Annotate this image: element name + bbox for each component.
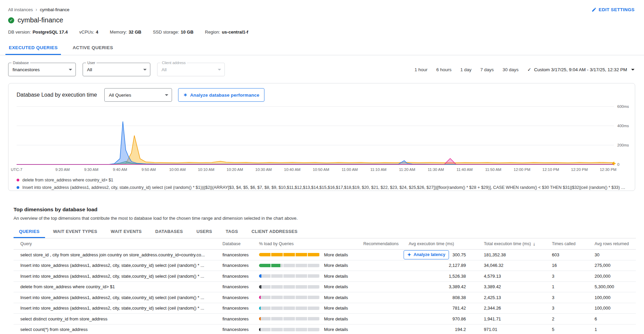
analyze-latency-button[interactable]: ✦Analyze latency	[404, 250, 449, 259]
database-cell: financestores	[217, 327, 256, 332]
more-details-link[interactable]: More details	[324, 263, 348, 268]
main-tab-bar: EXECUTED QUERIESACTIVE QUERIES	[0, 41, 644, 55]
avg-execution-cell: 781.42	[401, 306, 471, 311]
filter-value: financestores	[13, 67, 65, 72]
column-header-recommendations[interactable]: Recommendations	[354, 241, 401, 246]
breadcrumb-all-instances[interactable]: All instances	[8, 7, 33, 12]
database-cell: financestores	[217, 263, 256, 268]
avg-execution-cell: 3,389.42	[401, 284, 471, 289]
more-details-link[interactable]: More details	[324, 306, 348, 311]
total-execution-cell: 971.01	[471, 327, 540, 332]
query-cell[interactable]: Insert into store_address (address1, add…	[14, 263, 217, 268]
query-cell[interactable]: Insert into store_address (address1, add…	[14, 274, 217, 279]
table-row: select distinct country_id from store_ad…	[14, 314, 636, 325]
edit-settings-label: EDIT SETTINGS	[599, 7, 635, 12]
load-bar	[259, 253, 320, 256]
avg-execution-value: 781.42	[452, 306, 466, 311]
tab-executed-queries[interactable]: EXECUTED QUERIES	[5, 41, 61, 55]
column-header-label: Avg execution time (ms)	[409, 241, 454, 246]
time-preset-6-hours[interactable]: 6 hours	[436, 67, 451, 72]
filter-label: Database	[12, 61, 30, 65]
dimension-tab-tags[interactable]: TAGS	[220, 225, 243, 238]
analyze-performance-button[interactable]: ✶ Analyze database performance	[178, 88, 264, 102]
y-axis-tick-label: 0	[617, 162, 619, 166]
filter-value: All	[87, 67, 140, 72]
filters-row: DatabasefinancestoresUserAllClient addre…	[0, 55, 644, 76]
metadata-value: 10 GB	[181, 30, 194, 35]
check-icon: ✓	[528, 67, 532, 72]
filter-selects: DatabasefinancestoresUserAllClient addre…	[8, 63, 225, 76]
avg-execution-value: 194.2	[455, 327, 466, 332]
avg-rows-cell: 1	[582, 327, 633, 332]
column-header-times-called[interactable]: Times called	[540, 241, 582, 246]
avg-execution-cell: 970.86	[401, 316, 471, 321]
metadata-value: us-central1-f	[222, 30, 248, 35]
breadcrumb: All instances › cymbal-finance	[8, 7, 69, 12]
more-details-link[interactable]: More details	[324, 327, 348, 332]
legend-label: delete from store_address where country_…	[22, 178, 113, 182]
query-cell[interactable]: select count(*) from store_address	[14, 327, 217, 332]
time-custom-range[interactable]: ✓Custom 3/17/25, 9:04 AM - 3/17/25, 12:3…	[528, 67, 635, 72]
dimension-tab-users[interactable]: USERS	[191, 225, 217, 238]
column-header-avg-rows-returned[interactable]: Avg rows returned	[582, 241, 633, 246]
edit-settings-button[interactable]: EDIT SETTINGS	[592, 7, 635, 12]
dimension-tab-databases[interactable]: DATABASES	[150, 225, 189, 238]
load-bar	[259, 317, 320, 320]
more-details-link[interactable]: More details	[324, 252, 348, 257]
series-area-select-store-id-city-from-store-address-join-country-orange	[17, 136, 614, 165]
time-preset-30-days[interactable]: 30 days	[502, 67, 518, 72]
table-row: Insert into store_address (address1, add…	[14, 303, 636, 314]
query-cell[interactable]: Insert into store_address (address1, add…	[14, 306, 217, 311]
filter-select-user[interactable]: UserAll	[83, 63, 150, 76]
column-header-total-execution-time-ms[interactable]: Total execution time (ms)↓	[471, 241, 540, 247]
avg-rows-cell: 30	[582, 252, 633, 257]
tab-active-queries[interactable]: ACTIVE QUERIES	[69, 41, 116, 55]
x-axis-tick-label: 11:10 AM	[370, 168, 387, 172]
more-details-link[interactable]: More details	[324, 274, 348, 279]
dimension-tab-wait-event-types[interactable]: WAIT EVENT TYPES	[48, 225, 103, 238]
x-axis-tick-label: 12:10 PM	[542, 168, 559, 172]
dimension-tab-queries[interactable]: QUERIES	[14, 225, 45, 238]
x-axis-tick-label: 9:40 AM	[113, 168, 127, 172]
top-dimensions-description: An overview of the top dimensions that c…	[14, 216, 636, 221]
dimension-tab-wait-events[interactable]: WAIT EVENTS	[105, 225, 147, 238]
metadata-value: 4	[96, 30, 98, 35]
query-cell[interactable]: select distinct country_id from store_ad…	[14, 316, 217, 321]
avg-rows-cell: 6	[582, 316, 633, 321]
column-header-load-by-queries[interactable]: % load by Queries	[256, 241, 354, 246]
database-cell: financestores	[217, 316, 256, 321]
load-bar-segments	[259, 253, 320, 256]
metadata-label: Region:	[205, 30, 220, 35]
load-bar-segments	[259, 296, 320, 299]
legend-item: delete from store_address where country_…	[17, 176, 627, 184]
more-details-link[interactable]: More details	[324, 316, 348, 321]
table-row: delete from store_address where country_…	[14, 282, 636, 293]
query-cell[interactable]: delete from store_address where country_…	[14, 284, 217, 289]
more-details-link[interactable]: More details	[324, 295, 348, 300]
metadata-item-ssd-storage: SSD storage:10 GB	[153, 30, 193, 35]
load-bar	[259, 328, 320, 331]
filter-select-database[interactable]: Databasefinancestores	[8, 63, 76, 76]
times-called-cell: 5	[540, 327, 582, 332]
query-cell[interactable]: select store_id , city from store_addres…	[14, 252, 217, 257]
table-header: QueryDatabase% load by QueriesRecommenda…	[14, 238, 636, 250]
column-header-query[interactable]: Query	[14, 241, 217, 246]
legend-label: Insert into store_address (address1, add…	[22, 185, 627, 190]
column-header-database[interactable]: Database	[217, 241, 256, 246]
x-axis-tick-label: 10:00 AM	[169, 168, 186, 172]
database-cell: financestores	[217, 284, 256, 289]
breadcrumb-current: cymbal-finance	[40, 7, 69, 12]
column-header-avg-execution-time-ms[interactable]: Avg execution time (ms)	[401, 241, 471, 246]
time-preset-7-days[interactable]: 7 days	[480, 67, 494, 72]
time-preset-1-hour[interactable]: 1 hour	[414, 67, 427, 72]
load-cell: More details	[256, 306, 354, 311]
total-execution-cell: 2,425.13	[471, 295, 540, 300]
time-preset-1-day[interactable]: 1 day	[460, 67, 471, 72]
load-chart-svg: 0200ms400ms600msUTC-79:20 AM9:30 AM9:40 …	[8, 102, 635, 174]
analyze-latency-label: Analyze latency	[413, 252, 445, 257]
query-filter-select[interactable]: All Queries	[104, 88, 172, 102]
load-bar-segments	[259, 317, 320, 320]
query-cell[interactable]: Insert into store_address (address1, add…	[14, 295, 217, 300]
more-details-link[interactable]: More details	[324, 284, 348, 289]
dimension-tab-client-addresses[interactable]: CLIENT ADDRESSES	[246, 225, 303, 238]
